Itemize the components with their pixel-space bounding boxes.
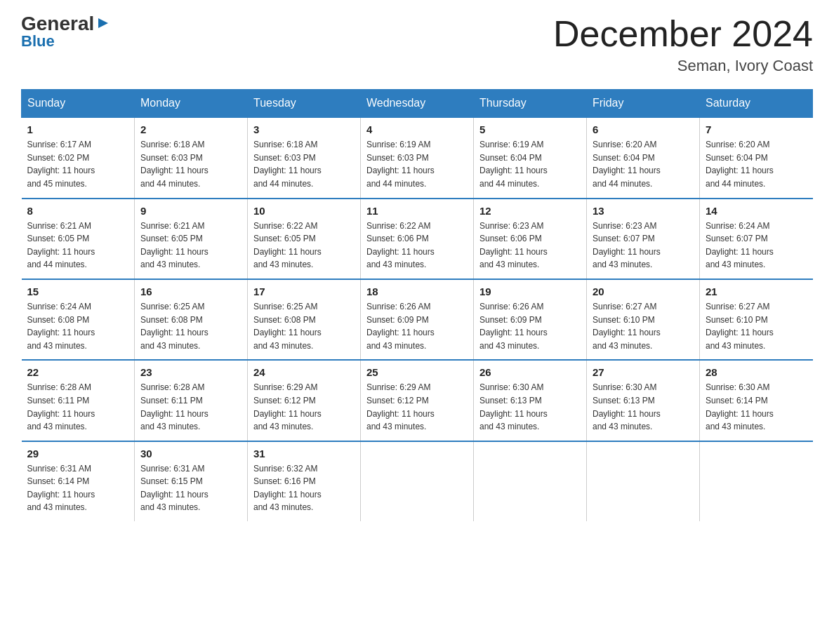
col-saturday: Saturday [700,90,813,118]
col-monday: Monday [135,90,248,118]
table-row: 9Sunrise: 6:21 AMSunset: 6:05 PMDaylight… [135,199,248,279]
day-info: Sunrise: 6:22 AMSunset: 6:06 PMDaylight:… [366,220,468,271]
calendar-week-4: 22Sunrise: 6:28 AMSunset: 6:11 PMDayligh… [22,360,813,441]
day-number: 17 [253,286,355,297]
calendar-week-2: 8Sunrise: 6:21 AMSunset: 6:05 PMDaylight… [22,199,813,279]
day-info: Sunrise: 6:30 AMSunset: 6:14 PMDaylight:… [706,381,807,433]
table-row: 1Sunrise: 6:17 AMSunset: 6:02 PMDaylight… [22,117,135,198]
day-info: Sunrise: 6:29 AMSunset: 6:12 PMDaylight:… [366,381,468,433]
day-number: 10 [253,205,355,217]
day-number: 11 [366,205,468,217]
table-row: 16Sunrise: 6:25 AMSunset: 6:08 PMDayligh… [135,279,248,360]
day-number: 23 [140,366,241,378]
day-number: 12 [479,205,581,217]
logo-general: General [21,14,94,34]
logo: General Blue [21,14,111,51]
day-info: Sunrise: 6:21 AMSunset: 6:05 PMDaylight:… [140,220,241,271]
col-thursday: Thursday [474,90,587,118]
table-row: 26Sunrise: 6:30 AMSunset: 6:13 PMDayligh… [474,360,587,441]
table-row: 13Sunrise: 6:23 AMSunset: 6:07 PMDayligh… [587,199,700,279]
table-row: 7Sunrise: 6:20 AMSunset: 6:04 PMDaylight… [700,117,813,198]
day-info: Sunrise: 6:31 AMSunset: 6:15 PMDaylight:… [140,462,241,514]
day-number: 26 [479,366,581,378]
day-info: Sunrise: 6:26 AMSunset: 6:09 PMDaylight:… [479,300,581,352]
day-number: 5 [479,123,581,135]
table-row: 10Sunrise: 6:22 AMSunset: 6:05 PMDayligh… [248,199,361,279]
day-info: Sunrise: 6:30 AMSunset: 6:13 PMDaylight:… [479,381,581,433]
table-row [587,441,700,521]
table-row: 22Sunrise: 6:28 AMSunset: 6:11 PMDayligh… [22,360,135,441]
day-number: 8 [27,205,129,217]
day-info: Sunrise: 6:27 AMSunset: 6:10 PMDaylight:… [706,300,807,352]
day-number: 20 [593,286,694,297]
day-number: 3 [253,123,355,135]
table-row: 6Sunrise: 6:20 AMSunset: 6:04 PMDaylight… [587,117,700,198]
table-row: 5Sunrise: 6:19 AMSunset: 6:04 PMDaylight… [474,117,587,198]
table-row: 19Sunrise: 6:26 AMSunset: 6:09 PMDayligh… [474,279,587,360]
table-row [700,441,813,521]
day-info: Sunrise: 6:19 AMSunset: 6:04 PMDaylight:… [479,138,581,190]
table-row: 29Sunrise: 6:31 AMSunset: 6:14 PMDayligh… [22,441,135,521]
day-number: 9 [140,205,241,217]
day-number: 28 [706,366,807,378]
day-info: Sunrise: 6:18 AMSunset: 6:03 PMDaylight:… [140,138,241,190]
table-row: 21Sunrise: 6:27 AMSunset: 6:10 PMDayligh… [700,279,813,360]
day-number: 22 [27,366,129,378]
day-info: Sunrise: 6:24 AMSunset: 6:08 PMDaylight:… [27,300,129,352]
logo-blue: Blue [21,32,55,51]
table-row: 2Sunrise: 6:18 AMSunset: 6:03 PMDaylight… [135,117,248,198]
table-row: 4Sunrise: 6:19 AMSunset: 6:03 PMDaylight… [361,117,474,198]
day-number: 21 [706,286,807,297]
calendar-table: Sunday Monday Tuesday Wednesday Thursday… [21,89,813,521]
calendar-week-5: 29Sunrise: 6:31 AMSunset: 6:14 PMDayligh… [22,441,813,521]
calendar-week-3: 15Sunrise: 6:24 AMSunset: 6:08 PMDayligh… [22,279,813,360]
day-number: 2 [140,123,241,135]
day-info: Sunrise: 6:29 AMSunset: 6:12 PMDaylight:… [253,381,355,433]
table-row: 18Sunrise: 6:26 AMSunset: 6:09 PMDayligh… [361,279,474,360]
col-wednesday: Wednesday [361,90,474,118]
day-number: 1 [27,123,129,135]
day-info: Sunrise: 6:20 AMSunset: 6:04 PMDaylight:… [593,138,694,190]
month-title: December 2024 [553,14,813,54]
day-number: 7 [706,123,807,135]
table-row: 28Sunrise: 6:30 AMSunset: 6:14 PMDayligh… [700,360,813,441]
day-info: Sunrise: 6:30 AMSunset: 6:13 PMDaylight:… [593,381,694,433]
table-row: 14Sunrise: 6:24 AMSunset: 6:07 PMDayligh… [700,199,813,279]
day-info: Sunrise: 6:19 AMSunset: 6:03 PMDaylight:… [366,138,468,190]
table-row: 8Sunrise: 6:21 AMSunset: 6:05 PMDaylight… [22,199,135,279]
day-number: 14 [706,205,807,217]
day-number: 31 [253,448,355,459]
table-row [361,441,474,521]
day-info: Sunrise: 6:18 AMSunset: 6:03 PMDaylight:… [253,138,355,190]
day-number: 19 [479,286,581,297]
table-row: 3Sunrise: 6:18 AMSunset: 6:03 PMDaylight… [248,117,361,198]
table-row: 17Sunrise: 6:25 AMSunset: 6:08 PMDayligh… [248,279,361,360]
day-number: 27 [593,366,694,378]
col-friday: Friday [587,90,700,118]
title-area: December 2024 Seman, Ivory Coast [553,14,813,75]
day-number: 24 [253,366,355,378]
day-info: Sunrise: 6:23 AMSunset: 6:06 PMDaylight:… [479,220,581,271]
day-number: 18 [366,286,468,297]
day-info: Sunrise: 6:22 AMSunset: 6:05 PMDaylight:… [253,220,355,271]
logo-arrow-icon [95,15,111,31]
day-number: 15 [27,286,129,297]
day-info: Sunrise: 6:26 AMSunset: 6:09 PMDaylight:… [366,300,468,352]
col-tuesday: Tuesday [248,90,361,118]
day-info: Sunrise: 6:23 AMSunset: 6:07 PMDaylight:… [593,220,694,271]
day-info: Sunrise: 6:31 AMSunset: 6:14 PMDaylight:… [27,462,129,514]
day-number: 4 [366,123,468,135]
table-row [474,441,587,521]
day-info: Sunrise: 6:24 AMSunset: 6:07 PMDaylight:… [706,220,807,271]
table-row: 25Sunrise: 6:29 AMSunset: 6:12 PMDayligh… [361,360,474,441]
day-info: Sunrise: 6:28 AMSunset: 6:11 PMDaylight:… [140,381,241,433]
table-row: 31Sunrise: 6:32 AMSunset: 6:16 PMDayligh… [248,441,361,521]
table-row: 11Sunrise: 6:22 AMSunset: 6:06 PMDayligh… [361,199,474,279]
day-number: 29 [27,448,129,459]
table-row: 20Sunrise: 6:27 AMSunset: 6:10 PMDayligh… [587,279,700,360]
page-header: General Blue December 2024 Seman, Ivory … [21,14,813,75]
day-number: 30 [140,448,241,459]
col-sunday: Sunday [22,90,135,118]
day-info: Sunrise: 6:21 AMSunset: 6:05 PMDaylight:… [27,220,129,271]
calendar-header-row: Sunday Monday Tuesday Wednesday Thursday… [22,90,813,118]
